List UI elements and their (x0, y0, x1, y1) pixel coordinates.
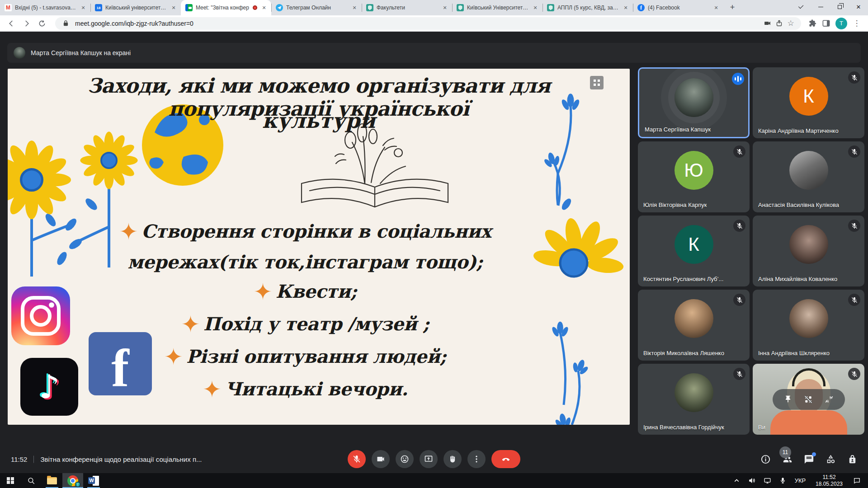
participant-tile-kapshuk[interactable]: Марта Сергіївна Капшук (638, 67, 750, 138)
start-button[interactable] (0, 473, 21, 488)
address-bar[interactable]: meet.google.com/iqb-zjgz-ruk?authuser=0 … (55, 17, 801, 30)
bullet-text: Створення сторінки в соціальних (142, 221, 491, 242)
participant-tile-shkliarenko[interactable]: Інна Андріївна Шкляренко (753, 290, 864, 361)
avatar: К (675, 225, 713, 264)
tab-gmail[interactable]: M Вхідні (5) - t.savrasova-viu ✕ (0, 0, 90, 15)
slide-bullet: ✦Читацькі вечори. (98, 376, 512, 403)
tab-facebook[interactable]: f (4) Facebook ✕ (633, 0, 723, 15)
presenter-avatar (14, 47, 25, 59)
action-center-icon[interactable] (848, 473, 865, 488)
taskbar-word[interactable]: W (83, 473, 104, 488)
effects-off-icon[interactable] (804, 395, 813, 404)
tab-close-icon[interactable]: ✕ (441, 4, 448, 11)
site-security-lock-icon[interactable] (60, 18, 71, 29)
taskbar-file-explorer[interactable] (42, 473, 62, 488)
browser-profile-avatar[interactable]: T (835, 18, 847, 29)
back-button[interactable] (5, 17, 18, 30)
meeting-details-button[interactable] (760, 453, 771, 465)
share-page-icon[interactable] (773, 18, 785, 29)
chat-unread-dot (812, 452, 816, 456)
tab-appl-course[interactable]: АППЛ (5 курс, КВД, заочн ✕ (542, 0, 633, 15)
tab-close-icon[interactable]: ✕ (260, 4, 268, 11)
slide-bullet: ✦Різні опитування людей; (98, 344, 512, 370)
tab-close-icon[interactable]: ✕ (622, 4, 629, 11)
avatar: К (789, 77, 828, 116)
tab-faculties[interactable]: Факультети ✕ (362, 0, 452, 15)
participant-tile-martychenko[interactable]: К Каріна Андріївна Мартиченко (753, 67, 864, 138)
tab-meet-active[interactable]: Meet: "Звітна конфер ✕ (181, 0, 271, 15)
taskbar-chrome[interactable]: T (62, 473, 83, 488)
bookmark-star-icon[interactable]: ☆ (785, 18, 797, 29)
volume-icon[interactable] (744, 473, 760, 488)
language-indicator[interactable]: УКР (790, 477, 810, 484)
mic-toggle-button[interactable] (348, 450, 366, 468)
participant-tile-liashenko[interactable]: Вікторія Миколаївна Ляшенко (638, 290, 750, 361)
tab-telegram[interactable]: Телеграм Онлайн ✕ (271, 0, 362, 15)
tab-title: (4) Facebook (648, 5, 709, 11)
browser-menu-icon[interactable]: ⋮ (850, 17, 863, 30)
pin-icon[interactable] (783, 395, 793, 404)
slide-view-options-icon[interactable] (590, 76, 604, 89)
participant-tile-kovalenko[interactable]: Аліна Михайлівна Коваленко (753, 216, 864, 286)
self-view-tile[interactable]: Ви (753, 364, 864, 435)
mic-muted-icon (733, 294, 745, 306)
participant-tile-gordiichuk[interactable]: Ірина Вячеславівна Гордійчук (638, 364, 750, 435)
sparkle-icon: ✦ (164, 344, 183, 370)
chat-button[interactable] (803, 453, 815, 465)
tab-close-icon[interactable]: ✕ (80, 4, 87, 11)
forward-button[interactable] (20, 17, 33, 30)
extensions-puzzle-icon[interactable] (806, 17, 819, 30)
participant-grid: Марта Сергіївна Капшук К Каріна Андріївн… (638, 67, 864, 437)
avatar (789, 299, 828, 338)
bullet-text: Читацькі вечори. (225, 378, 408, 399)
url-text[interactable]: meet.google.com/iqb-zjgz-ruk?authuser=0 (75, 20, 761, 27)
desktop: M Вхідні (5) - t.savrasova-viu ✕ 18 Київ… (0, 0, 868, 488)
taskbar-search-button[interactable] (21, 473, 42, 488)
participant-tile-kulikova[interactable]: Анастасія Василівна Кулікова (753, 141, 864, 212)
side-panel-icon[interactable] (819, 17, 833, 30)
slide-bullet-list: ✦Створення сторінки в соціальних мережах… (98, 219, 512, 409)
recording-indicator-icon (253, 5, 257, 10)
tab-close-icon[interactable]: ✕ (712, 4, 720, 11)
tray-hidden-icons-chevron[interactable] (729, 473, 744, 488)
window-restore-button[interactable] (830, 0, 849, 14)
host-controls-button[interactable] (846, 453, 858, 465)
mic-muted-icon (733, 220, 745, 232)
present-screen-button[interactable] (420, 450, 438, 468)
tab-close-icon[interactable]: ✕ (351, 4, 358, 11)
browser-tab-strip: M Вхідні (5) - t.savrasova-viu ✕ 18 Київ… (0, 0, 868, 15)
leave-call-button[interactable] (491, 450, 520, 468)
participant-tile-karpuk[interactable]: Ю Юлія Вікторівна Карпук (638, 141, 750, 212)
mic-muted-icon (733, 145, 745, 158)
meeting-time: 11:52 (11, 455, 27, 463)
raise-hand-button[interactable] (443, 450, 462, 468)
tab-university-site[interactable]: 18 Київський університет іме ✕ (90, 0, 181, 15)
tab-sharing-camera-icon[interactable] (761, 18, 773, 29)
tab-search-icon[interactable] (792, 0, 811, 14)
reactions-button[interactable] (396, 450, 414, 468)
tab-close-icon[interactable]: ✕ (170, 4, 177, 11)
taskbar-clock[interactable]: 11:52 18.05.2023 (810, 474, 848, 488)
more-options-button[interactable] (467, 450, 486, 468)
collapse-icon[interactable] (825, 395, 834, 404)
new-tab-button[interactable]: + (726, 1, 739, 14)
meeting-panels: 11 (760, 453, 858, 465)
tab-close-icon[interactable]: ✕ (532, 4, 539, 11)
tab-title: Телеграм Онлайн (286, 5, 348, 11)
reload-button[interactable] (35, 17, 49, 30)
tab-university-2[interactable]: Київський Університет іме ✕ (452, 0, 542, 15)
window-close-button[interactable]: ✕ (849, 0, 868, 14)
camera-toggle-button[interactable] (372, 450, 390, 468)
mic-muted-icon (848, 220, 860, 232)
window-minimize-button[interactable] (811, 0, 830, 14)
facebook-f-glyph: f (111, 338, 129, 395)
activities-button[interactable] (825, 453, 836, 465)
display-network-icon[interactable] (760, 473, 775, 488)
avatar: Ю (675, 151, 713, 190)
shared-presentation-slide: Заходи, які ми можемо організувати для п… (8, 69, 630, 425)
participant-tile-lubianov[interactable]: К Костянтин Русланович Луб’... (638, 216, 750, 286)
show-people-button[interactable]: 11 (781, 453, 793, 465)
taskbar-time: 11:52 (810, 474, 848, 481)
microphone-tray-icon[interactable] (775, 473, 790, 488)
avatar (789, 151, 828, 190)
